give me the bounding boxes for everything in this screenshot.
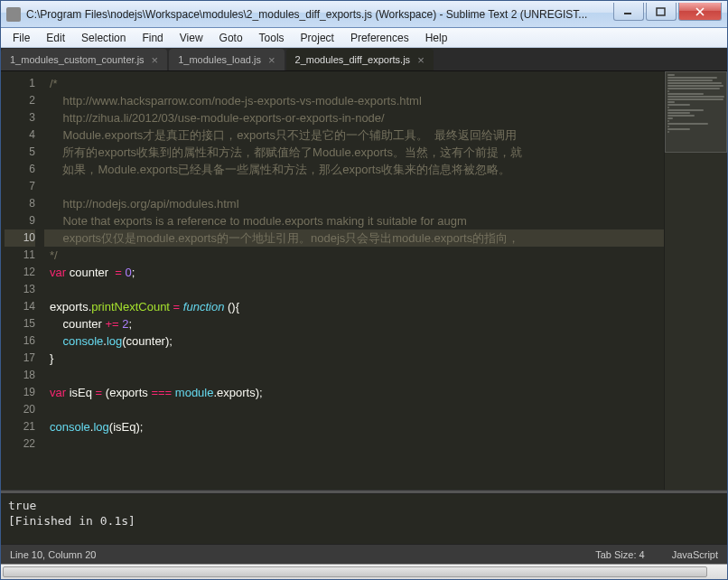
status-bar: Line 10, Column 20 Tab Size: 4 JavaScrip… <box>1 544 727 564</box>
tab-close-icon[interactable]: × <box>417 53 425 67</box>
line-number[interactable]: 2 <box>5 92 35 109</box>
line-number[interactable]: 14 <box>5 298 35 315</box>
code-line[interactable]: http://nodejs.org/api/modules.html <box>44 195 727 212</box>
menu-bar: File Edit Selection Find View Goto Tools… <box>1 28 727 48</box>
line-number[interactable]: 19 <box>5 384 35 401</box>
line-number[interactable]: 13 <box>5 281 35 298</box>
code-line[interactable]: http://zihua.li/2012/03/use-module-expor… <box>44 109 727 126</box>
menu-project[interactable]: Project <box>293 30 342 46</box>
tab-bar: 1_modules_custom_counter.js×1_modules_lo… <box>1 48 727 71</box>
minimize-button[interactable] <box>613 3 644 21</box>
file-tab[interactable]: 2_modules_diff_exports.js× <box>286 49 434 70</box>
code-editor[interactable]: 12345678910111213141516171819202122 /* h… <box>1 71 727 490</box>
code-line[interactable]: Note that exports is a reference to modu… <box>44 212 727 229</box>
code-line[interactable] <box>44 281 727 298</box>
code-content[interactable]: /* http://www.hacksparrow.com/node-js-ex… <box>44 71 727 490</box>
file-tab[interactable]: 1_modules_custom_counter.js× <box>1 49 167 70</box>
close-button[interactable] <box>678 3 722 21</box>
svg-rect-0 <box>624 13 631 14</box>
line-number[interactable]: 17 <box>5 350 35 367</box>
tab-close-icon[interactable]: × <box>268 53 275 67</box>
menu-find[interactable]: Find <box>134 30 171 46</box>
menu-goto[interactable]: Goto <box>211 30 251 46</box>
editor-area: 12345678910111213141516171819202122 /* h… <box>1 71 727 544</box>
build-output-panel[interactable]: true [Finished in 0.1s] <box>1 494 727 544</box>
code-line[interactable]: var isEq = (exports === module.exports); <box>44 384 727 401</box>
status-tab-size[interactable]: Tab Size: 4 <box>595 549 644 560</box>
menu-file[interactable]: File <box>5 30 38 46</box>
window-controls <box>613 7 727 21</box>
app-window: C:\Program Files\nodejs\Workspace\module… <box>0 0 728 580</box>
code-line[interactable]: exports仅仅是module.exports的一个地址引用。nodejs只会… <box>44 229 727 247</box>
code-line[interactable]: /* <box>44 75 727 92</box>
code-line[interactable] <box>44 367 727 384</box>
menu-view[interactable]: View <box>172 30 211 46</box>
line-number[interactable]: 20 <box>5 401 35 418</box>
code-line[interactable] <box>44 401 727 418</box>
menu-help[interactable]: Help <box>417 30 456 46</box>
code-line[interactable]: var counter = 0; <box>44 264 727 281</box>
code-line[interactable]: console.log(counter); <box>44 332 727 350</box>
menu-preferences[interactable]: Preferences <box>342 30 417 46</box>
line-number[interactable]: 16 <box>5 332 35 350</box>
code-line[interactable]: console.log(isEq); <box>44 418 727 435</box>
line-number[interactable]: 9 <box>5 212 35 229</box>
line-number-gutter[interactable]: 12345678910111213141516171819202122 <box>1 71 44 490</box>
tab-label: 2_modules_diff_exports.js <box>295 54 411 65</box>
file-tab[interactable]: 1_modules_load.js× <box>169 49 284 70</box>
horizontal-scrollbar[interactable] <box>1 564 727 579</box>
status-cursor-position[interactable]: Line 10, Column 20 <box>10 549 568 560</box>
code-line[interactable] <box>44 435 727 453</box>
line-number[interactable]: 3 <box>5 109 35 126</box>
line-number[interactable]: 18 <box>5 367 35 384</box>
code-line[interactable]: http://www.hacksparrow.com/node-js-expor… <box>44 92 727 109</box>
code-line[interactable]: } <box>44 350 727 367</box>
code-line[interactable]: */ <box>44 247 727 264</box>
title-bar[interactable]: C:\Program Files\nodejs\Workspace\module… <box>1 1 727 28</box>
line-number[interactable]: 22 <box>5 435 35 453</box>
line-number[interactable]: 4 <box>5 126 35 144</box>
line-number[interactable]: 8 <box>5 195 35 212</box>
maximize-button[interactable] <box>646 3 677 21</box>
menu-tools[interactable]: Tools <box>251 30 293 46</box>
svg-rect-1 <box>657 8 665 15</box>
status-syntax[interactable]: JavaScript <box>672 549 718 560</box>
menu-edit[interactable]: Edit <box>38 30 73 46</box>
line-number[interactable]: 1 <box>5 75 35 92</box>
app-icon <box>6 7 21 22</box>
tab-label: 1_modules_load.js <box>178 54 261 65</box>
line-number[interactable]: 12 <box>5 264 35 281</box>
code-line[interactable]: 所有的exports收集到的属性和方法，都赋值给了Module.exports。… <box>44 144 727 161</box>
line-number[interactable]: 6 <box>5 161 35 178</box>
code-line[interactable]: 如果，Module.exports已经具备一些属性和方法，那么exports收集… <box>44 161 727 178</box>
line-number[interactable]: 7 <box>5 178 35 195</box>
line-number[interactable]: 15 <box>5 315 35 332</box>
line-number[interactable]: 21 <box>5 418 35 435</box>
line-number[interactable]: 5 <box>5 144 35 161</box>
minimap[interactable] <box>664 71 727 490</box>
tab-close-icon[interactable]: × <box>152 53 159 67</box>
menu-selection[interactable]: Selection <box>73 30 134 46</box>
code-line[interactable]: exports.printNextCount = function (){ <box>44 298 727 315</box>
code-line[interactable] <box>44 178 727 195</box>
tab-label: 1_modules_custom_counter.js <box>10 54 145 65</box>
code-line[interactable]: Module.exports才是真正的接口，exports只不过是它的一个辅助工… <box>44 126 727 144</box>
window-title: C:\Program Files\nodejs\Workspace\module… <box>26 8 613 21</box>
minimap-viewport[interactable] <box>665 71 727 153</box>
line-number[interactable]: 11 <box>5 247 35 264</box>
scrollbar-thumb[interactable] <box>3 566 707 577</box>
code-line[interactable]: counter += 2; <box>44 315 727 332</box>
line-number[interactable]: 10 <box>5 229 35 247</box>
